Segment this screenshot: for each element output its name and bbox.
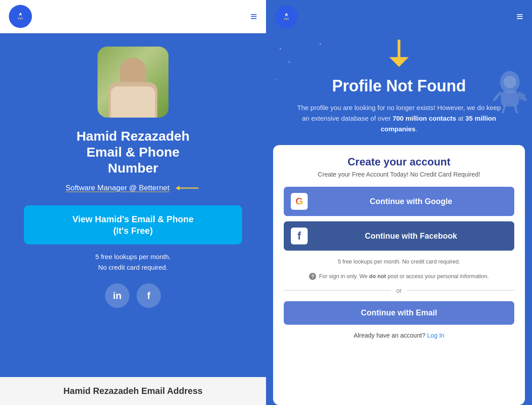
svg-marker-7 (389, 57, 409, 67)
continue-with-facebook-button[interactable]: f Continue with Facebook (284, 221, 514, 251)
svg-rect-15 (516, 93, 525, 100)
facebook-icon: f (291, 228, 308, 244)
left-body: Hamid Rezazadeh Email & Phone Number Sof… (0, 33, 266, 377)
bottom-bar: Hamid Rezazadeh Email Address (0, 377, 266, 405)
linkedin-icon[interactable]: in (105, 283, 129, 308)
facebook-btn-label: Continue with Facebook (315, 232, 507, 241)
google-icon: G (291, 193, 308, 210)
hamburger-left-icon[interactable]: ≡ (250, 10, 257, 24)
social-icons-row: in f (105, 283, 161, 308)
right-panel: ≡ ● ● ● + (266, 0, 532, 405)
arrow-annotation-left (174, 181, 200, 195)
left-header: ≡ (0, 0, 266, 33)
avatar (98, 47, 168, 118)
or-line-right (407, 290, 514, 291)
continue-with-google-button[interactable]: G Continue with Google (284, 187, 514, 216)
logo-left[interactable] (9, 5, 32, 28)
google-btn-label: Continue with Google (315, 197, 507, 206)
or-divider: or (284, 287, 514, 294)
or-text: or (396, 287, 402, 294)
already-account-text: Already have an account? Log In (284, 332, 514, 339)
privacy-note: ? For sign in only. We do not post or ac… (284, 272, 514, 281)
continue-with-email-button[interactable]: Continue with Email (284, 301, 514, 325)
not-found-description: The profile you are looking for no longe… (293, 102, 505, 134)
svg-line-14 (515, 106, 517, 113)
person-subtitle: Software Manager @ Betternet (66, 184, 170, 193)
left-panel: ≡ Hamid Rezazadeh Email & Phone Number S… (0, 0, 266, 405)
question-icon: ? (309, 273, 316, 280)
free-note: 5 free lookups per month. No credit card… (95, 252, 171, 273)
logo-right[interactable] (275, 5, 298, 28)
facebook-icon-left[interactable]: f (137, 283, 161, 308)
card-title: Create your account (284, 156, 514, 168)
lookups-note: 5 free lookups per month. No credit card… (284, 258, 514, 266)
svg-line-13 (503, 106, 505, 113)
svg-point-5 (286, 15, 288, 17)
not-found-title: Profile Not Found (332, 77, 466, 95)
login-link[interactable]: Log In (427, 332, 444, 339)
right-top-section: ● ● ● + Pro (266, 33, 532, 145)
svg-point-1 (20, 15, 22, 17)
astronaut-decoration (492, 69, 528, 119)
svg-marker-3 (176, 186, 180, 190)
view-email-phone-button[interactable]: View Hamid's Email & Phone (It's Free) (24, 205, 243, 244)
or-line-left (284, 290, 391, 291)
svg-rect-10 (501, 91, 519, 106)
person-title-row: Software Manager @ Betternet (66, 181, 201, 195)
bottom-bar-title: Hamid Rezazadeh Email Address (63, 386, 203, 396)
svg-line-11 (494, 93, 500, 100)
down-arrow-icon (383, 38, 415, 71)
person-name: Hamid Rezazadeh Email & Phone Number (76, 128, 189, 176)
right-header: ≡ (266, 0, 532, 33)
hamburger-right-icon[interactable]: ≡ (516, 10, 523, 24)
svg-point-9 (504, 76, 516, 88)
create-account-card: Create your account Create your Free Acc… (273, 145, 525, 405)
card-subtitle: Create your Free Account Today! No Credi… (284, 171, 514, 178)
